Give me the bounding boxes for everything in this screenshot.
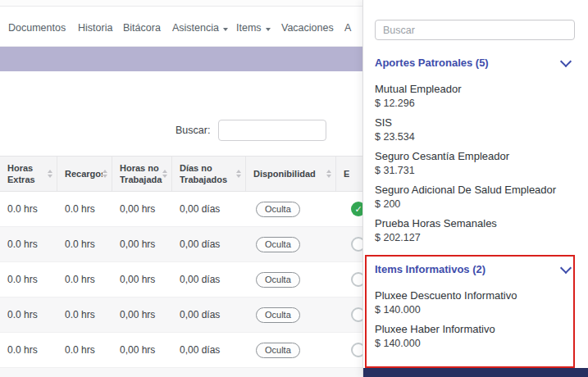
column-header-horas-no-trabajadas[interactable]: Horas no Trabajadas	[112, 157, 172, 191]
list-item[interactable]: Mutual Empleador $ 12.296	[375, 83, 575, 110]
cell-horas-extras: 0.0 hrs	[0, 333, 57, 367]
column-header-disponibilidad[interactable]: Disponibilidad	[246, 157, 336, 191]
table-body: 0.0 hrs 0.0 hrs 0,00 hrs 0,00 días Ocult…	[0, 192, 385, 377]
tab-items[interactable]: Items	[236, 22, 271, 34]
cell-recargos: 0.0 hrs	[57, 192, 112, 226]
tab-clipped[interactable]: A	[344, 22, 351, 34]
table-search-input[interactable]	[218, 120, 326, 141]
item-name: Seguro Cesantía Empleador	[375, 150, 575, 162]
table-row: 0.0 hrs 0.0 hrs 0,00 hrs 0,00 días Ocult…	[0, 298, 385, 333]
visibility-badge: Oculta	[256, 343, 300, 358]
cell-horas-no-trabajadas: 0,00 hrs	[112, 192, 172, 226]
cell-horas-extras: 0.0 hrs	[0, 227, 57, 261]
app-window: Documentos Historia Bitácora Asistencia …	[0, 0, 588, 377]
cell-horas-no-trabajadas: 0,00 hrs	[112, 333, 172, 367]
panel-search-input[interactable]	[375, 20, 575, 40]
item-value: $ 140.000	[375, 304, 575, 316]
table-row: 0.0 hrs 0.0 hrs 0,00 hrs 0,00 días Ocult…	[0, 368, 385, 377]
item-value: $ 202.127	[375, 232, 575, 244]
visibility-badge: Oculta	[256, 202, 300, 217]
table-row: 0.0 hrs 0.0 hrs 0,00 hrs 0,00 días Ocult…	[0, 227, 385, 262]
list-item[interactable]: Pluxee Descuento Informativo $ 140.000	[375, 289, 575, 316]
item-value: $ 31.731	[375, 165, 575, 177]
tab-vacaciones[interactable]: Vacaciones	[281, 22, 334, 34]
tab-label: Asistencia	[172, 22, 219, 34]
cell-disponibilidad: Oculta	[246, 262, 336, 297]
cell-horas-extras: 0.0 hrs	[0, 368, 57, 377]
tab-label: Documentos	[8, 22, 66, 34]
item-value: $ 140.000	[375, 338, 575, 350]
visibility-badge: Oculta	[256, 307, 300, 323]
sort-icon[interactable]	[326, 170, 331, 178]
tab-label: A	[344, 22, 351, 34]
cell-horas-extras: 0.0 hrs	[0, 192, 57, 226]
cell-horas-extras: 0.0 hrs	[0, 298, 57, 332]
cell-recargos: 0.0 hrs	[57, 333, 112, 367]
list-item[interactable]: Pluxee Haber Informativo $ 140.000	[375, 323, 575, 350]
item-name: Mutual Empleador	[375, 83, 575, 95]
section-aportes-patronales: Aportes Patronales (5) Mutual Empleador …	[375, 57, 575, 244]
tab-label: Bitácora	[123, 22, 161, 34]
section-item-list: Pluxee Descuento Informativo $ 140.000 P…	[375, 289, 575, 350]
table-row: 0.0 hrs 0.0 hrs 0,00 hrs 0,00 días Ocult…	[0, 333, 385, 368]
column-header-recargos[interactable]: Recargos	[57, 157, 112, 191]
sort-icon[interactable]	[103, 170, 107, 178]
tab-label: Historia	[78, 22, 112, 34]
cell-disponibilidad: Oculta	[246, 298, 336, 332]
column-header-dias-no-trabajados[interactable]: Días no Trabajados	[172, 157, 246, 191]
cell-dias-no-trabajados: 0,00 días	[172, 227, 246, 261]
tab-label: Vacaciones	[281, 22, 334, 34]
column-header-horas-extras[interactable]: Horas Extras	[0, 157, 57, 191]
cell-horas-no-trabajadas: 0,00 hrs	[112, 227, 172, 261]
list-item[interactable]: SIS $ 23.534	[375, 116, 575, 143]
item-name: Prueba Horas Semanales	[375, 217, 575, 229]
item-value: $ 200	[375, 198, 575, 211]
cell-recargos: 0.0 hrs	[57, 227, 112, 261]
item-name: Pluxee Descuento Informativo	[375, 289, 575, 302]
items-dropdown-panel: Aportes Patronales (5) Mutual Empleador …	[362, 0, 588, 377]
cell-disponibilidad: Oculta	[246, 333, 336, 367]
list-item[interactable]: Seguro Adicional De Salud Empleador $ 20…	[375, 184, 575, 211]
tab-asistencia[interactable]: Asistencia	[172, 22, 228, 34]
item-name: Seguro Adicional De Salud Empleador	[375, 184, 575, 196]
section-header-aportes[interactable]: Aportes Patronales (5)	[375, 57, 575, 69]
section-header-informativos[interactable]: Items Informativos (2)	[375, 263, 575, 275]
visibility-badge: Oculta	[256, 237, 300, 252]
cell-horas-no-trabajadas: 0,00 hrs	[112, 368, 172, 377]
item-value: $ 12.296	[375, 98, 575, 110]
section-title: Aportes Patronales (5)	[375, 57, 489, 69]
cell-recargos: 0.0 hrs	[57, 368, 112, 377]
cell-dias-no-trabajados: 0,00 días	[172, 192, 246, 226]
sort-icon[interactable]	[162, 170, 167, 178]
sort-icon[interactable]	[48, 170, 52, 178]
table-row: 0.0 hrs 0.0 hrs 0,00 hrs 0,00 días Ocult…	[0, 262, 385, 298]
visibility-badge: Oculta	[256, 272, 300, 288]
cell-disponibilidad: Oculta	[246, 368, 336, 377]
cell-dias-no-trabajados: 0,00 días	[172, 262, 246, 297]
table-row: 0.0 hrs 0.0 hrs 0,00 hrs 0,00 días Ocult…	[0, 192, 385, 227]
cell-recargos: 0.0 hrs	[57, 262, 112, 297]
chevron-down-icon[interactable]	[560, 261, 572, 273]
panel-body: Aportes Patronales (5) Mutual Empleador …	[363, 57, 588, 350]
cell-disponibilidad: Oculta	[246, 227, 336, 261]
list-item[interactable]: Prueba Horas Semanales $ 202.127	[375, 217, 575, 244]
tab-historia[interactable]: Historia	[78, 22, 112, 34]
item-value: $ 23.534	[375, 131, 575, 143]
table-header-row: Horas Extras Recargos Horas no Trabajada…	[0, 156, 385, 192]
section-item-list: Mutual Empleador $ 12.296 SIS $ 23.534 S…	[375, 83, 575, 244]
tab-bitacora[interactable]: Bitácora	[123, 22, 161, 34]
section-title: Items Informativos (2)	[375, 263, 485, 275]
cell-dias-no-trabajados: 0,00 días	[172, 298, 246, 332]
cell-horas-no-trabajadas: 0,00 hrs	[112, 262, 172, 297]
chevron-down-icon	[266, 28, 271, 31]
section-items-informativos: Items Informativos (2) Pluxee Descuento …	[375, 255, 575, 350]
cell-disponibilidad: Oculta	[246, 192, 336, 226]
list-item[interactable]: Seguro Cesantía Empleador $ 31.731	[375, 150, 575, 177]
cell-dias-no-trabajados: 0,00 días	[172, 368, 246, 377]
cell-horas-extras: 0.0 hrs	[0, 262, 57, 297]
tab-documentos[interactable]: Documentos	[8, 22, 66, 34]
chevron-down-icon[interactable]	[560, 55, 572, 66]
table-search-label: Buscar:	[175, 125, 210, 136]
item-name: Pluxee Haber Informativo	[375, 323, 575, 335]
sort-icon[interactable]	[236, 170, 241, 178]
